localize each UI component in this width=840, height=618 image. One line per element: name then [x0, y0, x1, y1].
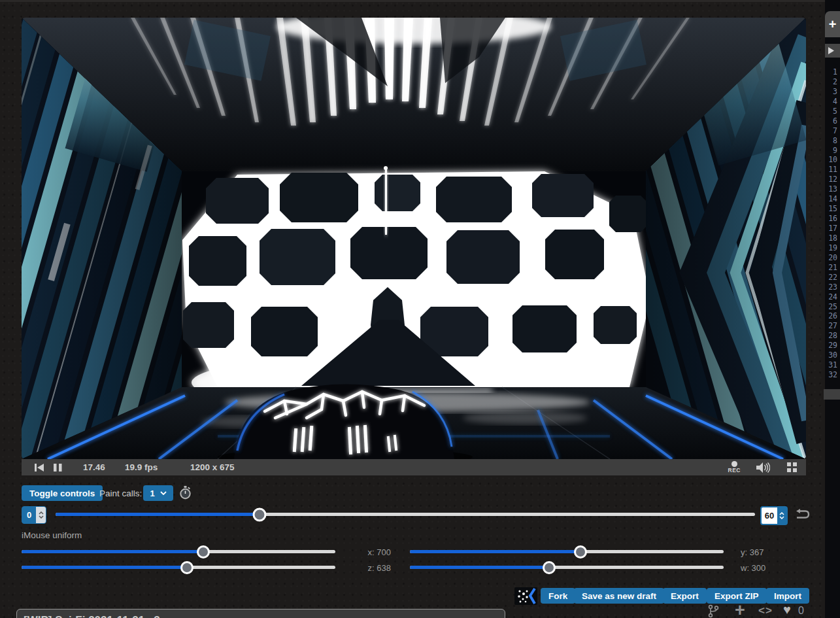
play-icon — [828, 47, 834, 54]
chevron-down-icon — [160, 491, 167, 495]
imouse-w-thumb[interactable] — [543, 561, 556, 574]
add-icon[interactable]: + — [735, 600, 745, 618]
page: 17.46 19.9 fps 1200 x 675 REC Togg — [0, 0, 840, 618]
back-wall-pattern — [182, 166, 650, 412]
fullscreen-icon[interactable] — [787, 462, 797, 472]
imouse-w-value: w: 300 — [741, 563, 765, 573]
paint-calls-value: 1 — [150, 489, 154, 498]
top-divider — [0, 0, 840, 2]
volume-icon[interactable] — [756, 462, 770, 473]
record-label: REC — [728, 467, 741, 473]
imouse-x-fill — [22, 550, 203, 553]
imouse-y-fill — [410, 550, 580, 553]
shader-title-input[interactable] — [16, 609, 505, 618]
loop-icon[interactable] — [794, 509, 810, 523]
import-button[interactable]: Import — [766, 588, 809, 604]
export-button[interactable]: Export — [663, 588, 707, 604]
record-button[interactable]: REC — [728, 461, 741, 473]
imouse-y-thumb[interactable] — [574, 545, 587, 558]
save-as-new-draft-button[interactable]: Save as new draft — [574, 588, 664, 604]
code-icon[interactable]: <> — [758, 604, 773, 617]
imouse-w-slider[interactable] — [410, 566, 724, 569]
heart-icon[interactable]: ♥ — [783, 602, 791, 617]
playback-resolution: 1200 x 675 — [190, 462, 235, 472]
imouse-z-value: z: 638 — [340, 563, 391, 573]
imouse-uniform-label: iMouse uniform — [22, 530, 82, 540]
timeline-min-spinner[interactable]: 0 — [22, 506, 46, 524]
shader-thumbnail[interactable] — [514, 587, 537, 605]
timeline-slider[interactable] — [56, 513, 755, 516]
paint-calls-select[interactable]: 1 — [143, 485, 173, 501]
playback-time: 17.46 — [83, 462, 116, 472]
record-icon — [731, 461, 737, 467]
shader-art — [22, 18, 806, 459]
git-branch-icon[interactable] — [708, 604, 719, 618]
spinner-arrows-icon[interactable] — [777, 507, 786, 524]
editor-line-numbers: 1234567891011121314151617181920212223242… — [826, 67, 839, 381]
skip-to-start-icon[interactable] — [34, 463, 44, 472]
imouse-z-fill — [22, 566, 187, 569]
stopwatch-icon[interactable] — [179, 486, 192, 502]
timeline-max-spinner[interactable]: 60 — [760, 506, 788, 525]
fork-button[interactable]: Fork — [541, 588, 575, 604]
imouse-y-slider[interactable] — [410, 550, 724, 553]
timeline-slider-thumb[interactable] — [253, 507, 267, 521]
spinner-arrows-icon[interactable] — [36, 507, 46, 523]
imouse-y-value: y: 367 — [741, 547, 764, 557]
paint-calls-label: Paint calls: — [99, 489, 142, 498]
imouse-x-slider[interactable] — [22, 550, 335, 553]
imouse-x-thumb[interactable] — [197, 545, 210, 558]
add-tab-button[interactable]: + — [825, 11, 840, 37]
timeline-max-value: 60 — [762, 507, 777, 524]
pause-icon[interactable] — [54, 463, 62, 472]
toggle-controls-button[interactable]: Toggle controls — [22, 485, 103, 501]
imouse-z-slider[interactable] — [22, 566, 335, 569]
timeline-slider-fill — [56, 513, 260, 516]
imouse-w-fill — [410, 566, 549, 569]
likes-count: 0 — [798, 605, 804, 617]
imouse-x-value: x: 700 — [340, 547, 391, 557]
run-shader-button[interactable] — [825, 44, 840, 58]
imouse-z-thumb[interactable] — [180, 561, 193, 574]
playback-bar: 17.46 19.9 fps 1200 x 675 REC — [22, 459, 806, 475]
shader-canvas[interactable] — [22, 18, 806, 459]
playback-fps: 19.9 fps — [125, 462, 171, 472]
editor-scrollbar[interactable] — [824, 389, 840, 400]
timeline-min-value: 0 — [22, 507, 36, 523]
